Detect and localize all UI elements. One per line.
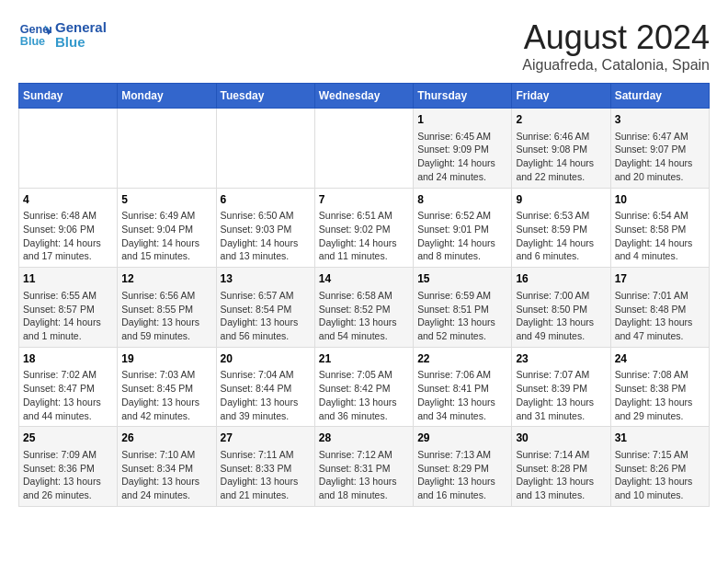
- day-info: Sunrise: 7:10 AM Sunset: 8:34 PM Dayligh…: [121, 448, 211, 502]
- calendar-cell: 2Sunrise: 6:46 AM Sunset: 9:08 PM Daylig…: [512, 109, 610, 189]
- day-info: Sunrise: 7:09 AM Sunset: 8:36 PM Dayligh…: [23, 448, 113, 502]
- calendar-cell: 7Sunrise: 6:51 AM Sunset: 9:02 PM Daylig…: [314, 188, 413, 268]
- day-info: Sunrise: 7:14 AM Sunset: 8:28 PM Dayligh…: [516, 448, 606, 502]
- calendar-cell: 10Sunrise: 6:54 AM Sunset: 8:58 PM Dayli…: [610, 188, 709, 268]
- calendar-cell: 28Sunrise: 7:12 AM Sunset: 8:31 PM Dayli…: [314, 427, 413, 507]
- day-info: Sunrise: 7:06 AM Sunset: 8:41 PM Dayligh…: [417, 368, 507, 422]
- day-number: 30: [516, 431, 606, 446]
- day-number: 9: [516, 192, 606, 208]
- calendar-row: 25Sunrise: 7:09 AM Sunset: 8:36 PM Dayli…: [19, 427, 710, 507]
- day-info: Sunrise: 6:50 AM Sunset: 9:03 PM Dayligh…: [221, 209, 311, 263]
- day-number: 2: [516, 112, 606, 128]
- header-day: Thursday: [414, 84, 512, 109]
- day-info: Sunrise: 6:52 AM Sunset: 9:01 PM Dayligh…: [417, 209, 507, 263]
- day-number: 15: [417, 271, 507, 287]
- calendar-cell: 15Sunrise: 6:59 AM Sunset: 8:51 PM Dayli…: [414, 268, 512, 348]
- day-number: 3: [615, 112, 705, 128]
- calendar-cell: 6Sunrise: 6:50 AM Sunset: 9:03 PM Daylig…: [216, 188, 314, 268]
- day-info: Sunrise: 6:56 AM Sunset: 8:55 PM Dayligh…: [121, 289, 211, 343]
- logo-line2: Blue: [55, 35, 107, 51]
- day-number: 21: [319, 351, 409, 367]
- calendar-cell: [314, 109, 413, 189]
- day-number: 31: [615, 431, 705, 446]
- main-title: August 2024: [522, 18, 710, 57]
- calendar-cell: 24Sunrise: 7:08 AM Sunset: 8:38 PM Dayli…: [610, 347, 709, 427]
- calendar-cell: 22Sunrise: 7:06 AM Sunset: 8:41 PM Dayli…: [414, 347, 512, 427]
- day-info: Sunrise: 7:00 AM Sunset: 8:50 PM Dayligh…: [516, 289, 606, 343]
- day-number: 25: [23, 431, 113, 446]
- svg-text:Blue: Blue: [20, 35, 45, 48]
- calendar-cell: 31Sunrise: 7:15 AM Sunset: 8:26 PM Dayli…: [610, 427, 709, 507]
- title-area: August 2024 Aiguafreda, Catalonia, Spain: [522, 18, 710, 74]
- calendar-table: SundayMondayTuesdayWednesdayThursdayFrid…: [18, 83, 710, 507]
- day-number: 22: [417, 351, 507, 367]
- calendar-row: 4Sunrise: 6:48 AM Sunset: 9:06 PM Daylig…: [19, 188, 710, 268]
- calendar-row: 11Sunrise: 6:55 AM Sunset: 8:57 PM Dayli…: [19, 268, 710, 348]
- day-info: Sunrise: 6:54 AM Sunset: 8:58 PM Dayligh…: [615, 209, 705, 263]
- day-info: Sunrise: 7:12 AM Sunset: 8:31 PM Dayligh…: [319, 448, 409, 502]
- header-day: Wednesday: [314, 84, 413, 109]
- calendar-cell: 1Sunrise: 6:45 AM Sunset: 9:09 PM Daylig…: [414, 109, 512, 189]
- calendar-cell: 26Sunrise: 7:10 AM Sunset: 8:34 PM Dayli…: [118, 427, 216, 507]
- day-info: Sunrise: 7:01 AM Sunset: 8:48 PM Dayligh…: [615, 289, 705, 343]
- header-day: Friday: [512, 84, 610, 109]
- day-number: 12: [121, 271, 211, 287]
- day-number: 27: [221, 431, 311, 446]
- day-number: 7: [319, 192, 409, 208]
- calendar-cell: [19, 109, 118, 189]
- logo-icon: General Blue: [18, 18, 51, 52]
- calendar-cell: 4Sunrise: 6:48 AM Sunset: 9:06 PM Daylig…: [19, 188, 118, 268]
- calendar-cell: 8Sunrise: 6:52 AM Sunset: 9:01 PM Daylig…: [414, 188, 512, 268]
- day-number: 24: [615, 351, 705, 367]
- day-number: 8: [417, 192, 507, 208]
- calendar-cell: 27Sunrise: 7:11 AM Sunset: 8:33 PM Dayli…: [216, 427, 314, 507]
- day-info: Sunrise: 7:07 AM Sunset: 8:39 PM Dayligh…: [516, 368, 606, 422]
- day-number: 18: [23, 351, 113, 367]
- day-info: Sunrise: 6:48 AM Sunset: 9:06 PM Dayligh…: [23, 209, 113, 263]
- calendar-cell: 19Sunrise: 7:03 AM Sunset: 8:45 PM Dayli…: [118, 347, 216, 427]
- logo-line1: General: [55, 20, 107, 36]
- day-number: 1: [417, 112, 507, 128]
- day-info: Sunrise: 6:58 AM Sunset: 8:52 PM Dayligh…: [319, 289, 409, 343]
- calendar-cell: 12Sunrise: 6:56 AM Sunset: 8:55 PM Dayli…: [118, 268, 216, 348]
- calendar-cell: 20Sunrise: 7:04 AM Sunset: 8:44 PM Dayli…: [216, 347, 314, 427]
- calendar-cell: 25Sunrise: 7:09 AM Sunset: 8:36 PM Dayli…: [19, 427, 118, 507]
- calendar-body: 1Sunrise: 6:45 AM Sunset: 9:09 PM Daylig…: [19, 109, 710, 507]
- day-info: Sunrise: 7:04 AM Sunset: 8:44 PM Dayligh…: [221, 368, 311, 422]
- header-row: SundayMondayTuesdayWednesdayThursdayFrid…: [19, 84, 710, 109]
- calendar-cell: 21Sunrise: 7:05 AM Sunset: 8:42 PM Dayli…: [314, 347, 413, 427]
- day-number: 23: [516, 351, 606, 367]
- calendar-cell: 3Sunrise: 6:47 AM Sunset: 9:07 PM Daylig…: [610, 109, 709, 189]
- day-number: 26: [121, 431, 211, 446]
- day-info: Sunrise: 7:08 AM Sunset: 8:38 PM Dayligh…: [615, 368, 705, 422]
- day-number: 11: [23, 271, 113, 287]
- header: General Blue General Blue August 2024 Ai…: [18, 18, 710, 74]
- day-info: Sunrise: 7:15 AM Sunset: 8:26 PM Dayligh…: [615, 448, 705, 502]
- header-day: Monday: [118, 84, 216, 109]
- calendar-header: SundayMondayTuesdayWednesdayThursdayFrid…: [19, 84, 710, 109]
- calendar-cell: [118, 109, 216, 189]
- day-info: Sunrise: 6:49 AM Sunset: 9:04 PM Dayligh…: [121, 209, 211, 263]
- day-number: 28: [319, 431, 409, 446]
- calendar-cell: 16Sunrise: 7:00 AM Sunset: 8:50 PM Dayli…: [512, 268, 610, 348]
- day-info: Sunrise: 6:47 AM Sunset: 9:07 PM Dayligh…: [615, 130, 705, 184]
- day-number: 20: [221, 351, 311, 367]
- day-info: Sunrise: 6:55 AM Sunset: 8:57 PM Dayligh…: [23, 289, 113, 343]
- day-info: Sunrise: 6:51 AM Sunset: 9:02 PM Dayligh…: [319, 209, 409, 263]
- day-info: Sunrise: 7:02 AM Sunset: 8:47 PM Dayligh…: [23, 368, 113, 422]
- day-number: 29: [417, 431, 507, 446]
- day-info: Sunrise: 6:59 AM Sunset: 8:51 PM Dayligh…: [417, 289, 507, 343]
- calendar-cell: 23Sunrise: 7:07 AM Sunset: 8:39 PM Dayli…: [512, 347, 610, 427]
- day-number: 16: [516, 271, 606, 287]
- day-number: 19: [121, 351, 211, 367]
- calendar-cell: 9Sunrise: 6:53 AM Sunset: 8:59 PM Daylig…: [512, 188, 610, 268]
- day-info: Sunrise: 6:45 AM Sunset: 9:09 PM Dayligh…: [417, 130, 507, 184]
- calendar-row: 18Sunrise: 7:02 AM Sunset: 8:47 PM Dayli…: [19, 347, 710, 427]
- day-info: Sunrise: 7:11 AM Sunset: 8:33 PM Dayligh…: [221, 448, 311, 502]
- day-number: 17: [615, 271, 705, 287]
- calendar-cell: 30Sunrise: 7:14 AM Sunset: 8:28 PM Dayli…: [512, 427, 610, 507]
- day-number: 10: [615, 192, 705, 208]
- day-info: Sunrise: 7:13 AM Sunset: 8:29 PM Dayligh…: [417, 448, 507, 502]
- calendar-cell: [216, 109, 314, 189]
- day-info: Sunrise: 6:57 AM Sunset: 8:54 PM Dayligh…: [221, 289, 311, 343]
